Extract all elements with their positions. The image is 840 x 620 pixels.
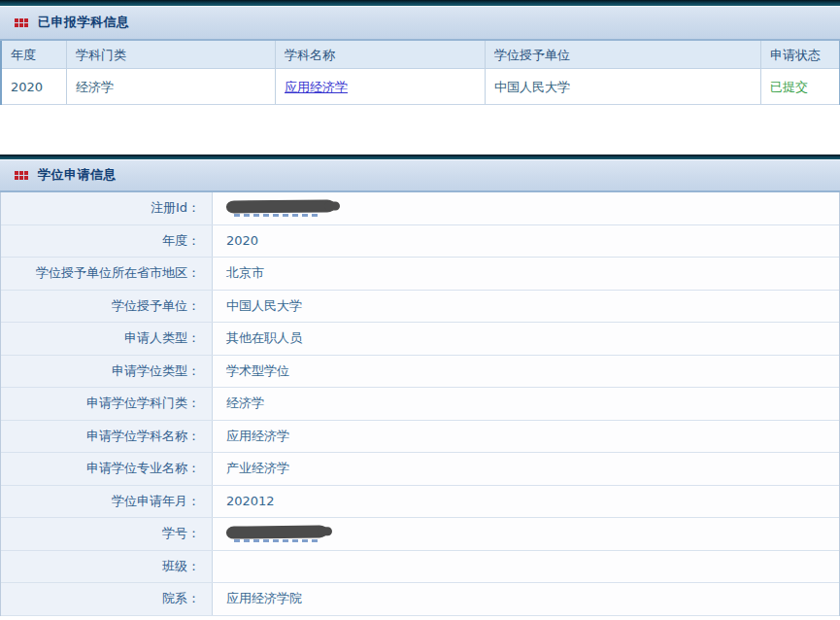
field-label: 申请学位学科门类： — [1, 388, 213, 420]
field-label: 学位授予单位所在省市地区： — [1, 258, 213, 290]
table-header-row: 年度 学科门类 学科名称 学位授予单位 申请状态 — [2, 41, 839, 69]
page: 已申报学科信息 年度 学科门类 学科名称 学位授予单位 申请状态 2020 经济… — [0, 0, 840, 620]
form-row-major-name: 申请学位专业名称： 产业经济学 — [1, 453, 839, 486]
cell-awarding-university: 中国人民大学 — [485, 69, 760, 104]
field-value: 中国人民大学 — [213, 291, 839, 323]
field-value: 学术型学位 — [213, 356, 839, 388]
form-row-subject-name: 申请学位学科名称： 应用经济学 — [1, 421, 839, 454]
redaction-scribble — [226, 526, 327, 539]
cell-category: 经济学 — [66, 69, 275, 104]
field-value: 202012 — [213, 486, 839, 518]
degree-application-form: 注册Id： 年度： 2020 学位授予单位所在省市地区： 北京市 学位授予单位：… — [0, 192, 840, 616]
col-header-year: 年度 — [2, 41, 66, 68]
field-label: 学位授予单位： — [1, 291, 213, 323]
declared-subjects-panel: 已申报学科信息 年度 学科门类 学科名称 学位授予单位 申请状态 2020 经济… — [0, 0, 840, 105]
field-label: 申请学位学科名称： — [1, 421, 213, 453]
form-row-degree-type: 申请学位类型： 学术型学位 — [1, 356, 839, 389]
form-row-year: 年度： 2020 — [1, 225, 839, 258]
cell-year: 2020 — [2, 69, 66, 104]
field-label: 注册Id： — [1, 192, 213, 224]
col-header-category: 学科门类 — [66, 41, 275, 68]
degree-application-title: 学位申请信息 — [38, 166, 117, 184]
form-row-applicant-type: 申请人类型： 其他在职人员 — [1, 323, 839, 356]
field-label: 班级： — [1, 551, 213, 583]
degree-application-header: 学位申请信息 — [0, 159, 840, 192]
redaction-scribble — [226, 200, 335, 214]
field-value: 北京市 — [213, 258, 839, 290]
field-value: 产业经济学 — [213, 453, 839, 485]
field-value: 经济学 — [213, 388, 839, 420]
form-row-application-month: 学位申请年月： 202012 — [1, 486, 839, 519]
declared-subjects-table: 年度 学科门类 学科名称 学位授予单位 申请状态 2020 经济学 应用经济学 … — [0, 41, 840, 105]
cell-subject-name: 应用经济学 — [275, 69, 485, 104]
field-label: 学位申请年月： — [1, 486, 213, 518]
field-value: 应用经济学 — [213, 421, 839, 453]
status-badge: 已提交 — [760, 69, 839, 104]
field-value: 2020 — [213, 225, 839, 258]
field-value — [213, 551, 839, 583]
table-row: 2020 经济学 应用经济学 中国人民大学 已提交 — [2, 69, 839, 105]
obscured-text-remnant — [234, 214, 321, 217]
field-label: 年度： — [1, 225, 213, 258]
field-label: 申请人类型： — [1, 323, 213, 355]
red-grid-icon — [15, 18, 28, 27]
subject-name-link[interactable]: 应用经济学 — [285, 80, 348, 94]
form-row-student-id: 学号： — [1, 518, 839, 551]
form-row-awarding-university: 学位授予单位： 中国人民大学 — [1, 291, 839, 324]
form-row-class: 班级： — [1, 551, 839, 584]
col-header-awarding-university: 学位授予单位 — [485, 41, 760, 68]
red-grid-icon — [15, 171, 28, 180]
obscured-text-remnant — [234, 539, 321, 542]
section-gap — [0, 105, 840, 155]
field-label: 申请学位类型： — [1, 356, 213, 388]
declared-subjects-header: 已申报学科信息 — [0, 6, 840, 41]
field-value: 应用经济学院 — [213, 583, 839, 615]
field-label: 申请学位专业名称： — [1, 453, 213, 485]
field-label: 院系： — [1, 583, 213, 615]
degree-application-panel: 学位申请信息 注册Id： 年度： 2020 学位授予单位所在省市地区： 北京市 … — [0, 155, 840, 616]
col-header-subject-name: 学科名称 — [275, 41, 485, 68]
field-label: 学号： — [1, 518, 213, 550]
field-value — [213, 192, 839, 224]
form-row-subject-category: 申请学位学科门类： 经济学 — [1, 388, 839, 421]
form-row-register-id: 注册Id： — [1, 192, 839, 225]
field-value: 其他在职人员 — [213, 323, 839, 355]
form-row-department: 院系： 应用经济学院 — [1, 583, 839, 616]
col-header-status: 申请状态 — [760, 41, 839, 68]
field-value — [213, 518, 839, 550]
declared-subjects-title: 已申报学科信息 — [38, 14, 130, 31]
form-row-province: 学位授予单位所在省市地区： 北京市 — [1, 258, 839, 291]
